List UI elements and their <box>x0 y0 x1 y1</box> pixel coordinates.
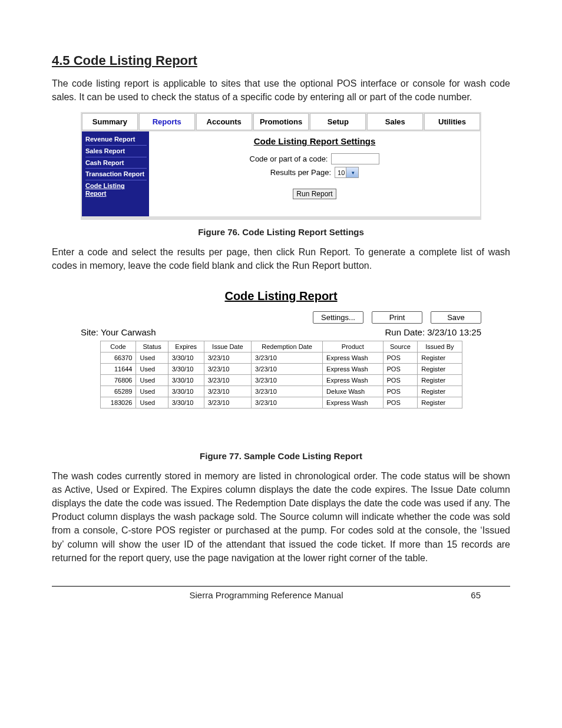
page-footer: Sierra Programming Reference Manual 65 <box>52 590 510 600</box>
table-cell: Used <box>136 386 168 397</box>
figure-76-caption: Figure 76. Code Listing Report Settings <box>52 227 510 237</box>
settings-button[interactable]: Settings... <box>313 311 363 324</box>
site-label: Site: Your Carwash <box>81 327 156 337</box>
tab-sales[interactable]: Sales <box>367 113 423 130</box>
table-cell: Express Wash <box>323 352 383 363</box>
results-per-page-value: 10 <box>335 169 346 176</box>
results-per-page-label: Results per Page: <box>270 168 331 177</box>
sidebar-item-cash-report[interactable]: Cash Report <box>85 157 147 169</box>
column-header: Expires <box>168 341 204 352</box>
table-cell: 3/23/10 <box>252 352 323 363</box>
reports-sidebar: Revenue ReportSales ReportCash ReportTra… <box>82 131 149 216</box>
table-cell: 183026 <box>100 397 136 408</box>
table-cell: 3/30/10 <box>168 352 204 363</box>
table-cell: Used <box>136 363 168 374</box>
tab-accounts[interactable]: Accounts <box>196 113 252 130</box>
table-cell: 3/23/10 <box>204 352 251 363</box>
figure-76-screenshot: SummaryReportsAccountsPromotionsSetupSal… <box>81 112 481 220</box>
column-header: Issue Date <box>204 341 251 352</box>
figure-77-caption: Figure 77. Sample Code Listing Report <box>52 451 510 461</box>
report-toolbar: Settings...PrintSave <box>81 311 481 324</box>
footer-rule <box>52 586 510 587</box>
tab-utilities[interactable]: Utilities <box>424 113 480 130</box>
table-row: 76806Used3/30/103/23/103/23/10Express Wa… <box>100 374 462 386</box>
table-cell: 3/30/10 <box>168 397 204 408</box>
table-cell: 3/23/10 <box>252 363 323 374</box>
table-cell: Register <box>418 363 462 374</box>
table-cell: Deluxe Wash <box>323 386 383 397</box>
table-cell: Used <box>136 374 168 386</box>
sidebar-item-sales-report[interactable]: Sales Report <box>85 145 147 157</box>
sidebar-item-transaction-report[interactable]: Transaction Report <box>85 168 147 180</box>
settings-panel-title: Code Listing Report Settings <box>153 136 477 146</box>
table-cell: 3/23/10 <box>204 386 251 397</box>
footer-title: Sierra Programming Reference Manual <box>123 590 410 600</box>
page-number: 65 <box>410 590 510 600</box>
table-cell: Express Wash <box>323 374 383 386</box>
report-title: Code Listing Report <box>81 289 481 303</box>
tab-reports[interactable]: Reports <box>139 113 195 130</box>
column-header: Status <box>136 341 168 352</box>
table-cell: Express Wash <box>323 397 383 408</box>
code-label: Code or part of a code: <box>250 154 328 163</box>
table-cell: 66370 <box>100 352 136 363</box>
tab-setup[interactable]: Setup <box>310 113 366 130</box>
table-cell: 3/23/10 <box>252 397 323 408</box>
column-header: Issued By <box>418 341 462 352</box>
table-cell: Express Wash <box>323 363 383 374</box>
table-cell: 65289 <box>100 386 136 397</box>
code-listing-table: CodeStatusExpiresIssue DateRedemption Da… <box>100 341 462 409</box>
intro-paragraph: The code listing report is applicable to… <box>52 77 510 104</box>
sidebar-item-code-listing-report[interactable]: Code Listing Report <box>85 180 147 199</box>
print-button[interactable]: Print <box>372 311 422 324</box>
explanation-paragraph: The wash codes currently stored in memor… <box>52 469 510 565</box>
table-cell: 3/30/10 <box>168 363 204 374</box>
save-button[interactable]: Save <box>431 311 481 324</box>
table-cell: 76806 <box>100 374 136 386</box>
table-cell: POS <box>383 363 418 374</box>
run-report-button[interactable]: Run Report <box>293 189 336 199</box>
table-row: 66370Used3/30/103/23/103/23/10Express Wa… <box>100 352 462 363</box>
settings-panel: Code Listing Report Settings Code or par… <box>149 131 480 216</box>
table-cell: 3/23/10 <box>204 397 251 408</box>
table-cell: Used <box>136 352 168 363</box>
table-cell: Register <box>418 374 462 386</box>
table-cell: 3/23/10 <box>252 386 323 397</box>
table-cell: POS <box>383 397 418 408</box>
column-header: Source <box>383 341 418 352</box>
figure-77-screenshot: Code Listing Report Settings...PrintSave… <box>81 289 481 444</box>
code-input[interactable] <box>331 153 379 164</box>
table-row: 11644Used3/30/103/23/103/23/10Express Wa… <box>100 363 462 374</box>
table-cell: POS <box>383 386 418 397</box>
table-cell: 3/23/10 <box>204 363 251 374</box>
table-cell: Register <box>418 352 462 363</box>
table-cell: 3/30/10 <box>168 386 204 397</box>
table-cell: POS <box>383 374 418 386</box>
column-header: Redemption Date <box>252 341 323 352</box>
column-header: Code <box>100 341 136 352</box>
table-cell: 3/30/10 <box>168 374 204 386</box>
run-date-label: Run Date: 3/23/10 13:25 <box>385 327 481 337</box>
table-row: 65289Used3/30/103/23/103/23/10Deluxe Was… <box>100 386 462 397</box>
table-cell: POS <box>383 352 418 363</box>
results-per-page-select[interactable]: 10 ▾ <box>335 167 359 178</box>
sidebar-item-revenue-report[interactable]: Revenue Report <box>85 134 147 145</box>
table-cell: 3/23/10 <box>204 374 251 386</box>
tab-summary[interactable]: Summary <box>82 113 138 130</box>
table-cell: Register <box>418 397 462 408</box>
table-cell: 11644 <box>100 363 136 374</box>
table-cell: 3/23/10 <box>252 374 323 386</box>
tab-promotions[interactable]: Promotions <box>253 113 309 130</box>
section-heading: 4.5 Code Listing Report <box>52 53 510 68</box>
table-cell: Used <box>136 397 168 408</box>
top-tabs: SummaryReportsAccountsPromotionsSetupSal… <box>82 113 480 130</box>
column-header: Product <box>323 341 383 352</box>
table-row: 183026Used3/30/103/23/103/23/10Express W… <box>100 397 462 408</box>
chevron-down-icon: ▾ <box>346 167 358 177</box>
table-cell: Register <box>418 386 462 397</box>
instructions-paragraph: Enter a code and select the results per … <box>52 245 510 272</box>
